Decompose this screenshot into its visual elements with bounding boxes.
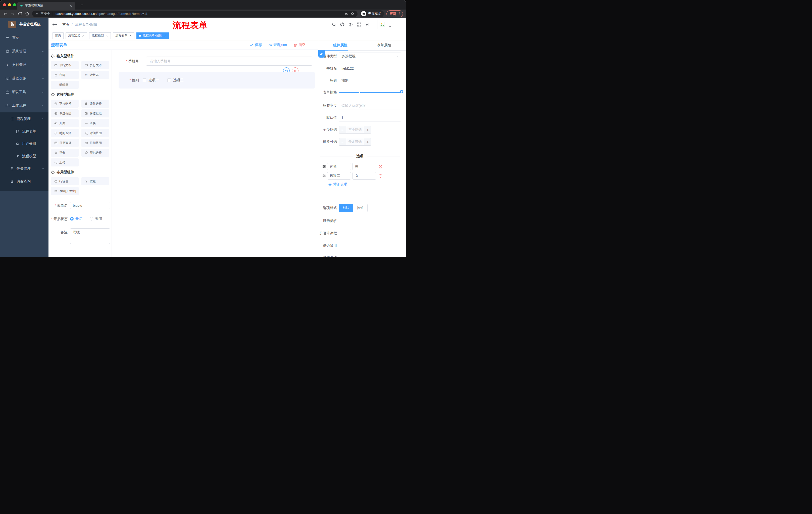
sidebar-item-研发工具[interactable]: 研发工具	[0, 85, 49, 99]
palette-item-密码[interactable]: 密码	[51, 71, 79, 79]
palette-item-级联选择[interactable]: 级联选择	[81, 100, 109, 108]
sidebar-item-流程表单[interactable]: 流程表单	[0, 125, 49, 138]
tab-close-icon[interactable]	[69, 4, 73, 8]
min-decrease-button[interactable]: −	[339, 126, 346, 133]
sidebar-item-首页[interactable]: 首页	[0, 31, 49, 45]
palette-item-滑块[interactable]: 滑块	[81, 119, 109, 127]
max-increase-button[interactable]: +	[364, 138, 371, 145]
sidebar-item-用户分组[interactable]: 用户分组	[0, 138, 49, 150]
drag-handle-icon[interactable]	[322, 174, 326, 178]
tag-active-4[interactable]: 流程表单-编辑	[137, 32, 169, 39]
forward-icon[interactable]	[10, 11, 15, 16]
sidebar-item-请假查询[interactable]: 请假查询	[0, 175, 49, 188]
status-off-radio[interactable]	[90, 217, 93, 220]
form-name-input[interactable]	[70, 202, 110, 209]
fullscreen-icon[interactable]	[356, 22, 362, 27]
link-flag-button[interactable]	[318, 51, 325, 58]
palette-item-上传[interactable]: 上传	[51, 158, 79, 166]
chrome-menu-icon[interactable]	[398, 12, 401, 16]
bookmark-star-icon[interactable]	[350, 12, 354, 16]
checkbox-box[interactable]	[143, 78, 146, 82]
tag-3[interactable]: 流程表单	[113, 32, 135, 39]
font-size-icon[interactable]	[365, 22, 371, 27]
checkbox-box[interactable]	[167, 78, 171, 82]
new-tab-button[interactable]	[80, 3, 84, 7]
home-icon[interactable]	[25, 11, 30, 16]
sidebar-item-支付管理[interactable]: ¥支付管理	[0, 58, 49, 72]
palette-item-日期范围[interactable]: 日期范围	[81, 139, 109, 147]
palette-item-编辑器[interactable]: 编辑器	[51, 81, 79, 89]
palette-item-表格开发中[interactable]: 表格[开发中]	[51, 187, 79, 195]
reload-icon[interactable]	[18, 11, 22, 16]
view-json-button[interactable]: 查看json	[268, 43, 287, 47]
palette-item-多选框组[interactable]: 多选框组	[81, 109, 109, 117]
user-avatar[interactable]	[378, 20, 387, 29]
sidebar-item-工作流程[interactable]: 工作流程	[0, 99, 49, 112]
status-on-label[interactable]: 开启	[76, 217, 82, 221]
chrome-update-button[interactable]: 更新	[386, 10, 403, 17]
avatar-caret-icon[interactable]	[388, 25, 392, 28]
password-key-icon[interactable]	[345, 12, 349, 16]
palette-item-开关[interactable]: 开关	[51, 119, 79, 127]
sidebar-item-流程模型[interactable]: 流程模型	[0, 150, 49, 162]
clear-button[interactable]: 清空	[293, 43, 306, 47]
tag-0[interactable]: 首页	[53, 32, 63, 39]
form-remark-textarea[interactable]	[70, 228, 110, 244]
collapse-sidebar-icon[interactable]	[52, 22, 57, 27]
breadcrumb-home[interactable]: 首页	[62, 22, 69, 27]
palette-item-时间范围[interactable]: 时间范围	[81, 129, 109, 137]
palette-item-多行文本[interactable]: 多行文本	[81, 61, 109, 69]
title-input[interactable]	[339, 77, 401, 84]
default-value-input[interactable]	[339, 114, 401, 121]
sidebar-item-系统管理[interactable]: 系统管理	[0, 45, 49, 58]
palette-item-时间选择[interactable]: 时间选择	[51, 129, 79, 137]
tag-close-icon[interactable]	[129, 34, 132, 37]
tag-close-icon[interactable]	[82, 34, 85, 37]
status-on-radio[interactable]	[70, 217, 74, 220]
gender-option-1[interactable]: 选项一	[143, 78, 159, 82]
back-icon[interactable]	[3, 11, 8, 16]
phone-field-input[interactable]	[146, 57, 312, 65]
option-value-input[interactable]	[352, 172, 376, 180]
max-decrease-button[interactable]: −	[339, 138, 346, 145]
app-logo-row[interactable]: 芋道管理系统	[0, 18, 49, 31]
sidebar-item-基础设施[interactable]: 基础设施	[0, 72, 49, 85]
close-window-button[interactable]	[3, 3, 6, 6]
tag-close-icon[interactable]	[106, 34, 108, 37]
search-icon[interactable]	[331, 22, 337, 27]
tag-1[interactable]: 流程定义	[65, 32, 87, 39]
drag-handle-icon[interactable]	[322, 164, 326, 168]
github-icon[interactable]	[340, 22, 345, 27]
save-button[interactable]: 保存	[250, 43, 262, 47]
gender-widget-selected[interactable]: 性别 选项一选项二	[119, 72, 315, 88]
option-value-input[interactable]	[352, 163, 376, 170]
remove-option-icon[interactable]	[378, 174, 383, 178]
sidebar-item-流程管理[interactable]: 流程管理	[0, 112, 49, 125]
label-width-input[interactable]	[339, 102, 401, 109]
palette-item-计数器[interactable]: 123计数器	[81, 71, 109, 79]
max-select-value[interactable]: 最多可选	[346, 138, 364, 145]
style-button-button[interactable]: 按钮	[353, 204, 368, 212]
palette-item-单行文本[interactable]: 单行文本	[51, 61, 79, 69]
tab-component-props[interactable]: 组件属性	[318, 40, 362, 50]
option-label-input[interactable]	[327, 172, 351, 180]
min-increase-button[interactable]: +	[364, 126, 371, 133]
palette-item-评分[interactable]: 评分	[51, 148, 79, 157]
browser-tab[interactable]: 芋道管理系统	[17, 2, 76, 9]
palette-item-行容器[interactable]: 行容器	[51, 177, 79, 185]
tab-form-props[interactable]: 表单属性	[362, 40, 406, 50]
add-option-button[interactable]: 添加选项	[318, 182, 401, 187]
zoom-window-button[interactable]	[13, 3, 16, 6]
gender-option-2[interactable]: 选项二	[167, 78, 184, 82]
field-name-input[interactable]	[339, 64, 401, 72]
tag-2[interactable]: 流程模型	[89, 32, 111, 39]
component-type-select[interactable]	[339, 53, 401, 60]
tag-close-icon[interactable]	[164, 34, 166, 37]
palette-item-单选框组[interactable]: 单选框组	[51, 109, 79, 117]
grid-slider[interactable]	[339, 89, 401, 96]
address-bar[interactable]: 不安全 dashboard.yudao.iocoder.cn/bpm/manag…	[32, 10, 357, 17]
help-icon[interactable]	[348, 22, 353, 27]
status-off-label[interactable]: 关闭	[95, 217, 102, 221]
palette-item-下拉选择[interactable]: 下拉选择	[51, 100, 79, 108]
palette-item-按钮[interactable]: 按钮	[81, 177, 109, 185]
